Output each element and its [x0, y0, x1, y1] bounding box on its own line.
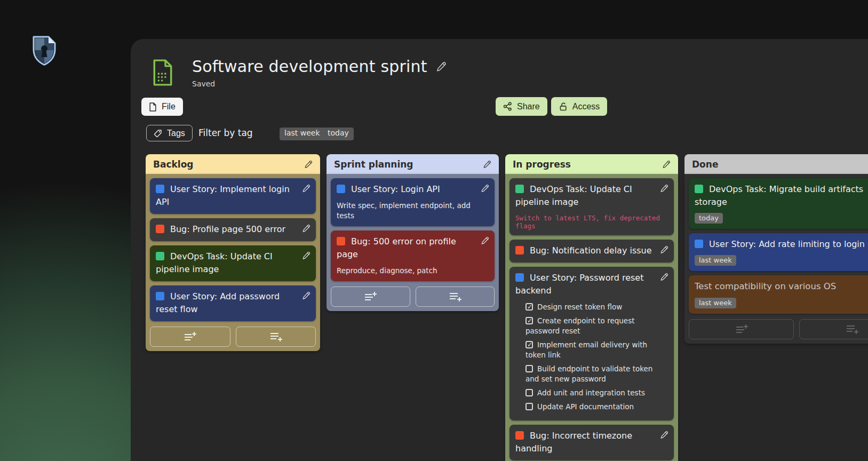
add-card-bottom-icon	[268, 331, 283, 343]
column-in-progress-header[interactable]: In progress	[505, 154, 678, 174]
card-description: Reproduce, diagnose, patch	[337, 266, 488, 276]
edit-card-pencil-icon[interactable]	[481, 184, 489, 193]
edit-column-pencil-icon[interactable]	[304, 160, 313, 169]
checkbox[interactable]	[525, 341, 533, 348]
kanban-card[interactable]: DevOps Task: Update CI pipeline image Sw…	[509, 178, 674, 235]
add-card-top-button[interactable]	[689, 319, 794, 339]
card-tag-last-week[interactable]: last week	[695, 255, 736, 266]
card-title: User Story: Password reset backend	[515, 273, 643, 296]
column-in-progress: In progress DevOps Task: Update CI pipel…	[505, 154, 678, 461]
kanban-app-panel: Software development sprint Saved File	[131, 39, 868, 461]
tags-button[interactable]: Tags	[146, 125, 193, 141]
column-title: Done	[692, 159, 718, 170]
checkbox[interactable]	[525, 389, 533, 396]
tag-icon	[154, 129, 162, 138]
add-card-row	[331, 287, 495, 307]
card-checklist: Design reset token flow Create endpoint …	[525, 302, 667, 412]
card-color-badge	[337, 185, 345, 193]
add-card-bottom-button[interactable]	[799, 319, 868, 339]
column-sprint-planning: Sprint planning User Story: Login API Wr…	[327, 154, 499, 311]
kanban-card[interactable]: Test compatibility on various OS last we…	[689, 275, 868, 314]
card-description: Write spec, implement endpoint, add test…	[337, 201, 488, 221]
column-done-body: DevOps Task: Migrate build artifacts sto…	[684, 174, 868, 344]
file-menu-button[interactable]: File	[141, 98, 183, 116]
kanban-card[interactable]: User Story: Password reset backend Desig…	[509, 267, 674, 420]
kanban-card[interactable]: Bug: Incorrect timezone handling	[509, 425, 674, 460]
edit-card-pencil-icon[interactable]	[660, 184, 668, 193]
card-title: User Story: Login API	[351, 184, 440, 194]
checkbox[interactable]	[525, 303, 533, 311]
edit-card-pencil-icon[interactable]	[302, 184, 310, 193]
card-title: User Story: Add password reset flow	[156, 291, 280, 314]
filter-tag-today[interactable]: today	[323, 128, 354, 140]
checklist-item: Update API documentation	[525, 402, 667, 412]
filter-by-tag-label: Filter by tag	[198, 128, 253, 138]
card-tag-last-week[interactable]: last week	[695, 298, 736, 308]
edit-title-pencil-icon[interactable]	[436, 61, 447, 72]
shield-keyhole-logo	[30, 33, 59, 67]
edit-card-pencil-icon[interactable]	[302, 291, 310, 300]
column-backlog: Backlog User Story: Implement login API …	[146, 154, 320, 351]
share-button[interactable]: Share	[496, 97, 547, 116]
add-card-bottom-icon	[845, 323, 859, 335]
card-title: Bug: Profile page 500 error	[170, 224, 285, 234]
column-title: Backlog	[153, 159, 194, 170]
column-sprint-planning-header[interactable]: Sprint planning	[327, 154, 499, 174]
add-card-top-button[interactable]	[331, 287, 410, 307]
column-in-progress-body: DevOps Task: Update CI pipeline image Sw…	[505, 174, 678, 461]
edit-card-pencil-icon[interactable]	[660, 273, 668, 281]
edit-card-pencil-icon[interactable]	[481, 236, 489, 245]
edit-card-pencil-icon[interactable]	[660, 245, 668, 254]
card-tag-today[interactable]: today	[695, 213, 723, 224]
edit-column-pencil-icon[interactable]	[483, 160, 491, 169]
add-card-bottom-button[interactable]	[236, 327, 316, 347]
file-menu-label: File	[162, 102, 176, 112]
add-card-top-button[interactable]	[150, 327, 230, 347]
checkbox[interactable]	[525, 403, 533, 410]
card-code-description: Switch to latest LTS, fix deprecated fla…	[515, 214, 667, 230]
card-title: Bug: 500 error on profile page	[337, 236, 456, 259]
filter-tag-last-week[interactable]: last week	[280, 128, 325, 140]
kanban-card[interactable]: DevOps Task: Update CI pipeline image	[150, 245, 316, 281]
card-tags: today	[695, 212, 868, 224]
kanban-card[interactable]: User Story: Add rate limiting to login l…	[689, 233, 868, 271]
card-color-badge	[156, 225, 164, 233]
checklist-item-label: Create endpoint to request password rese…	[525, 316, 634, 336]
edit-card-pencil-icon[interactable]	[660, 431, 668, 439]
access-button[interactable]: Access	[551, 97, 608, 116]
kanban-card[interactable]: User Story: Login API Write spec, implem…	[331, 178, 495, 226]
card-color-badge	[695, 240, 703, 248]
kanban-card[interactable]: Bug: 500 error on profile page Reproduce…	[331, 230, 495, 281]
kanban-card[interactable]: User Story: Implement login API	[150, 178, 316, 214]
column-done: Done DevOps Task: Migrate build artifact…	[684, 154, 868, 344]
add-card-bottom-button[interactable]	[416, 287, 495, 307]
column-done-header[interactable]: Done	[684, 154, 868, 174]
card-color-badge	[156, 292, 164, 300]
add-card-top-icon	[182, 331, 197, 343]
share-nodes-icon	[503, 102, 512, 111]
checklist-item-label: Update API documentation	[537, 402, 634, 411]
card-tags: last week	[695, 297, 868, 308]
column-title: In progress	[513, 159, 571, 170]
card-title: DevOps Task: Update CI pipeline image	[156, 251, 273, 274]
edit-card-pencil-icon[interactable]	[302, 251, 310, 260]
kanban-card[interactable]: Bug: Profile page 500 error	[150, 218, 316, 241]
checkbox[interactable]	[525, 365, 533, 372]
card-title: Bug: Notification delay issue	[530, 245, 652, 256]
column-sprint-planning-body: User Story: Login API Write spec, implem…	[327, 174, 499, 311]
edit-column-pencil-icon[interactable]	[662, 160, 671, 169]
card-title: DevOps Task: Update CI pipeline image	[515, 184, 632, 207]
card-title: Bug: Incorrect timezone handling	[515, 431, 632, 454]
edit-card-pencil-icon[interactable]	[302, 224, 310, 233]
card-color-badge	[337, 237, 345, 245]
checkbox[interactable]	[525, 317, 533, 324]
checklist-item: Design reset token flow	[525, 302, 667, 313]
document-header: Software development sprint Saved	[152, 57, 447, 88]
column-backlog-header[interactable]: Backlog	[146, 154, 320, 174]
card-color-badge	[515, 431, 524, 440]
kanban-card[interactable]: DevOps Task: Migrate build artifacts sto…	[689, 178, 868, 229]
kanban-card[interactable]: User Story: Add password reset flow	[150, 285, 316, 321]
kanban-board: Backlog User Story: Implement login API …	[146, 154, 868, 461]
kanban-file-icon	[152, 59, 173, 86]
kanban-card[interactable]: Bug: Notification delay issue	[509, 240, 674, 263]
